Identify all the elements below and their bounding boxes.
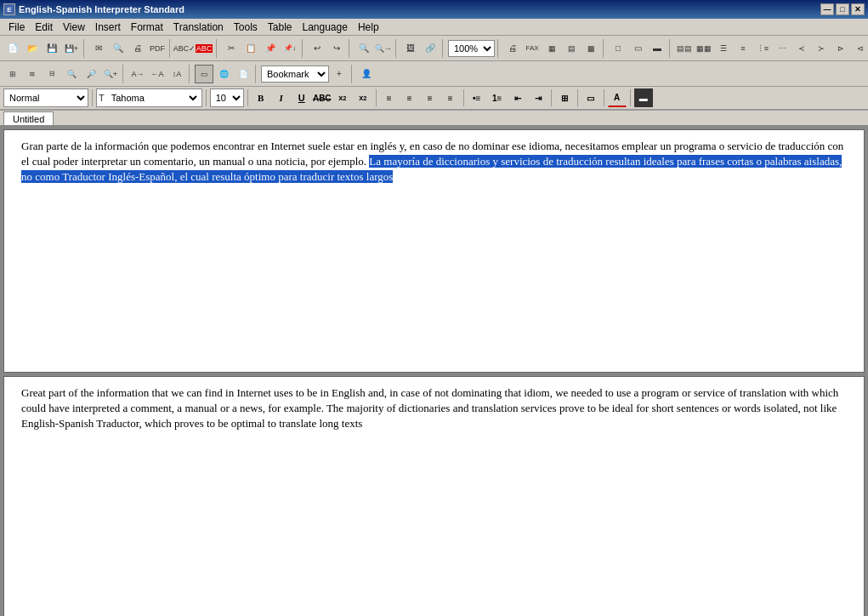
close-button[interactable]: ✕ bbox=[851, 3, 865, 15]
redo-button[interactable]: ↪ bbox=[327, 39, 346, 58]
fsep6 bbox=[551, 89, 552, 106]
new-button[interactable]: 📄 bbox=[3, 39, 22, 58]
tb2-btn5[interactable]: 🔎 bbox=[82, 65, 100, 83]
icon-t5[interactable]: ▭ bbox=[628, 39, 647, 58]
bookmark-add[interactable]: + bbox=[330, 65, 349, 83]
tb2-btn9[interactable]: ↕A bbox=[167, 65, 186, 83]
upper-document-content[interactable]: Gran parte de la información que podemos… bbox=[4, 130, 864, 194]
highlight-button[interactable]: ▬ bbox=[634, 88, 653, 107]
icon-t12[interactable]: ⋯ bbox=[773, 39, 791, 58]
menu-file[interactable]: File bbox=[3, 20, 30, 35]
italic-button[interactable]: I bbox=[272, 88, 291, 107]
tb2-btn3[interactable]: ⊟ bbox=[43, 65, 61, 83]
border-button[interactable]: ▭ bbox=[582, 88, 600, 107]
email-button[interactable]: ✉ bbox=[89, 39, 108, 58]
spellcheck2-button[interactable]: ABC bbox=[195, 39, 213, 58]
find-button[interactable]: 🔍 bbox=[355, 39, 373, 58]
tb2-btn4[interactable]: 🔍 bbox=[62, 65, 81, 83]
bookmark-select[interactable]: Bookmark bbox=[261, 66, 329, 83]
export-pdf-button[interactable]: PDF bbox=[148, 39, 167, 58]
menu-help[interactable]: Help bbox=[353, 20, 384, 35]
align-center-button[interactable]: ≡ bbox=[400, 88, 419, 107]
align-left-button[interactable]: ≡ bbox=[380, 88, 399, 107]
menu-bar: File Edit View Insert Format Translation… bbox=[0, 19, 868, 36]
print-preview-button[interactable]: 🔍 bbox=[109, 39, 128, 58]
align-right-button[interactable]: ≡ bbox=[421, 88, 440, 107]
title-bar: E English-Spanish Interpreter Standard —… bbox=[0, 0, 868, 19]
size-select[interactable]: 10 bbox=[210, 88, 244, 107]
spellcheck-button[interactable]: ABC✓ bbox=[175, 39, 194, 58]
user-button[interactable]: 👤 bbox=[357, 65, 376, 83]
lower-document-content[interactable]: Great part of the information that we ca… bbox=[4, 377, 864, 441]
strikethrough-button[interactable]: ABC bbox=[313, 88, 332, 107]
tb2-btn8[interactable]: ←A bbox=[148, 65, 167, 83]
window-title: English-Spanish Interpreter Standard bbox=[19, 4, 184, 14]
subscript-button[interactable]: x2 bbox=[333, 88, 352, 107]
icon-t16[interactable]: ⊲ bbox=[851, 39, 868, 58]
icon-t3[interactable]: ▩ bbox=[582, 39, 600, 58]
view-web[interactable]: 🌐 bbox=[214, 65, 233, 83]
tb2-btn2[interactable]: ≋ bbox=[23, 65, 42, 83]
cut-button[interactable]: ✂ bbox=[222, 39, 241, 58]
find2-button[interactable]: 🔍→ bbox=[374, 39, 393, 58]
style-select[interactable]: Normal bbox=[3, 88, 88, 107]
menu-insert[interactable]: Insert bbox=[90, 20, 126, 35]
menu-table[interactable]: Table bbox=[263, 20, 298, 35]
icon-t1[interactable]: ▦ bbox=[542, 39, 561, 58]
icon-t14[interactable]: ≻ bbox=[812, 39, 831, 58]
icon-t6[interactable]: ▬ bbox=[648, 39, 667, 58]
save-button[interactable]: 💾 bbox=[43, 39, 61, 58]
tab-untitled[interactable]: Untitled bbox=[3, 111, 54, 125]
sep-4 bbox=[302, 39, 305, 58]
tb2-btn1[interactable]: ⊞ bbox=[3, 65, 22, 83]
insert-link-button[interactable]: 🔗 bbox=[421, 39, 440, 58]
icon-t9[interactable]: ☰ bbox=[714, 39, 733, 58]
superscript-button[interactable]: x2 bbox=[354, 88, 372, 107]
icon-t13[interactable]: ≺ bbox=[792, 39, 811, 58]
print-button[interactable]: 🖨 bbox=[128, 39, 147, 58]
tb2-btn7[interactable]: A→ bbox=[128, 65, 147, 83]
menu-view[interactable]: View bbox=[58, 20, 90, 35]
zoom-select[interactable]: 100% bbox=[448, 40, 495, 57]
minimize-button[interactable]: — bbox=[820, 3, 834, 15]
icon-t15[interactable]: ⊳ bbox=[831, 39, 850, 58]
table-button[interactable]: ⊞ bbox=[555, 88, 574, 107]
font-color-button[interactable]: A bbox=[608, 88, 627, 107]
bold-button[interactable]: B bbox=[252, 88, 270, 107]
menu-tools[interactable]: Tools bbox=[229, 20, 263, 35]
tb2-btn6[interactable]: 🔍+ bbox=[101, 65, 120, 83]
paste-special-button[interactable]: 📌↓ bbox=[281, 39, 299, 58]
icon-t11[interactable]: ⋮≡ bbox=[753, 39, 772, 58]
maximize-button[interactable]: □ bbox=[836, 3, 849, 15]
icon-t10[interactable]: ≡ bbox=[734, 39, 752, 58]
icon-t2[interactable]: ▤ bbox=[562, 39, 581, 58]
copy-button[interactable]: 📋 bbox=[241, 39, 260, 58]
open-button[interactable]: 📂 bbox=[23, 39, 42, 58]
menu-language[interactable]: Language bbox=[297, 20, 352, 35]
bullet-list-button[interactable]: •≡ bbox=[468, 88, 486, 107]
menu-edit[interactable]: Edit bbox=[30, 20, 58, 35]
print3-button[interactable]: 🖨 bbox=[503, 39, 522, 58]
view-print[interactable]: 📄 bbox=[234, 65, 252, 83]
sep-2 bbox=[169, 39, 173, 58]
outdent-button[interactable]: ⇤ bbox=[508, 88, 527, 107]
font-select[interactable]: Tahoma bbox=[106, 89, 200, 106]
indent-button[interactable]: ⇥ bbox=[529, 88, 547, 107]
sep-6 bbox=[395, 39, 399, 58]
fax-button[interactable]: FAX bbox=[523, 39, 542, 58]
insert-img-button[interactable]: 🖼 bbox=[401, 39, 420, 58]
underline-button[interactable]: U bbox=[292, 88, 311, 107]
menu-format[interactable]: Format bbox=[126, 20, 168, 35]
save-as-button[interactable]: 💾+ bbox=[62, 39, 81, 58]
icon-t8[interactable]: ▦▦ bbox=[695, 39, 713, 58]
menu-translation[interactable]: Translation bbox=[168, 20, 229, 35]
align-justify-button[interactable]: ≡ bbox=[441, 88, 460, 107]
paste-button[interactable]: 📌 bbox=[261, 39, 280, 58]
icon-t4[interactable]: □ bbox=[609, 39, 627, 58]
icon-t7[interactable]: ▤▤ bbox=[675, 39, 694, 58]
undo-button[interactable]: ↩ bbox=[308, 39, 326, 58]
sep-10 bbox=[669, 39, 672, 58]
upper-document-panel: Gran parte de la información que podemos… bbox=[3, 129, 865, 373]
view-normal[interactable]: ▭ bbox=[195, 65, 213, 83]
num-list-button[interactable]: 1≡ bbox=[488, 88, 507, 107]
